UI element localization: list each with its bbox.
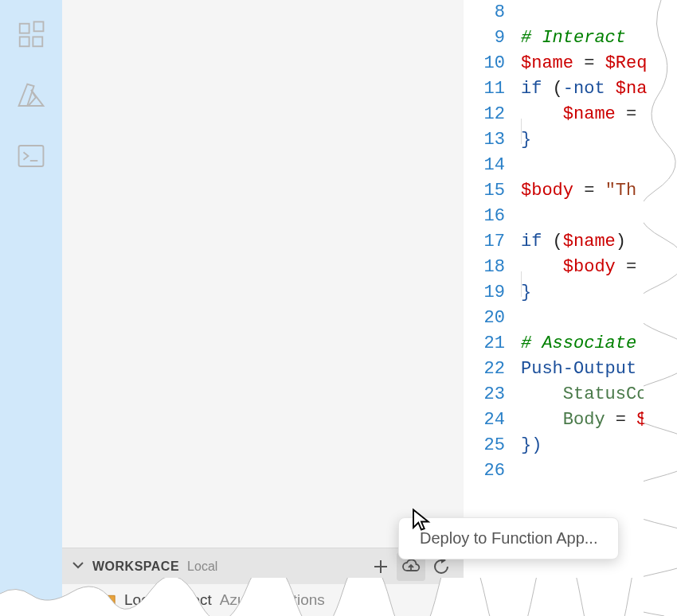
code-line[interactable]: 9# Interact (464, 25, 677, 51)
line-number: 21 (464, 331, 521, 357)
code-line[interactable]: 14 (464, 153, 677, 178)
line-number: 26 (464, 458, 521, 484)
line-content: $name = $Req (521, 51, 647, 76)
code-line[interactable]: 16 (464, 204, 677, 229)
code-line[interactable]: 22Push-Output (464, 357, 677, 382)
activity-bar (0, 0, 62, 616)
code-line[interactable]: 12 $name = (464, 102, 677, 127)
svg-rect-1 (20, 37, 29, 46)
folder-functions-icon (99, 590, 116, 611)
line-content: $body = "Th (521, 178, 636, 204)
line-number: 23 (464, 382, 521, 407)
line-content: } (521, 127, 531, 153)
line-content: $name = (521, 102, 647, 127)
line-content: }) (521, 433, 542, 458)
code-line[interactable]: 15$body = "Th (464, 178, 677, 204)
line-number: 8 (464, 0, 521, 25)
line-content: # Interact (521, 25, 636, 51)
line-content: # Associate (521, 331, 636, 357)
line-number: 20 (464, 306, 521, 331)
line-number: 12 (464, 102, 521, 127)
line-content: Body = $ (521, 407, 647, 433)
svg-rect-4 (19, 146, 44, 166)
tooltip-text: Deploy to Function App... (420, 529, 597, 547)
code-line[interactable]: 17if ($name) (464, 229, 677, 255)
azure-icon[interactable] (12, 76, 50, 115)
chevron-right-icon (78, 591, 89, 609)
line-content: if ($name) (521, 229, 636, 255)
deploy-tooltip[interactable]: Deploy to Function App... (398, 517, 619, 559)
line-number: 13 (464, 127, 521, 153)
code-line[interactable]: 11if (-not $na (464, 76, 677, 102)
line-number: 22 (464, 357, 521, 382)
code-line[interactable]: 20 (464, 306, 677, 331)
line-number: 15 (464, 178, 521, 204)
line-number: 10 (464, 51, 521, 76)
code-line[interactable]: 21# Associate (464, 331, 677, 357)
code-line[interactable]: 8 (464, 0, 677, 25)
line-number: 14 (464, 153, 521, 178)
workspace-title: WORKSPACE (92, 559, 179, 574)
line-content: if (-not $na (521, 76, 647, 102)
project-description: AzureFunctions (220, 591, 325, 609)
line-content: Push-Output (521, 357, 636, 382)
add-button[interactable] (366, 552, 395, 581)
line-number: 9 (464, 25, 521, 51)
line-number: 17 (464, 229, 521, 255)
extensions-icon[interactable] (12, 16, 50, 54)
svg-rect-0 (20, 24, 29, 33)
workspace-subtitle: Local (187, 559, 217, 574)
line-number: 18 (464, 255, 521, 280)
line-number: 16 (464, 204, 521, 229)
side-panel-empty-area (62, 0, 464, 548)
code-line[interactable]: 24 Body = $ (464, 407, 677, 433)
svg-rect-2 (33, 37, 42, 46)
tree-item-local-project[interactable]: Local Project AzureFunctions (62, 584, 464, 616)
line-content: } (521, 280, 531, 306)
chevron-down-icon (72, 559, 84, 575)
line-number: 24 (464, 407, 521, 433)
line-number: 19 (464, 280, 521, 306)
project-name: Local Project (124, 591, 212, 609)
code-line[interactable]: 10$name = $Req (464, 51, 677, 76)
line-content: $body = (521, 255, 636, 280)
terminal-icon[interactable] (12, 137, 50, 175)
code-line[interactable]: 19} (464, 280, 677, 306)
code-line[interactable]: 23 StatusCo (464, 382, 677, 407)
code-line[interactable]: 13} (464, 127, 677, 153)
line-number: 11 (464, 76, 521, 102)
code-line[interactable]: 25}) (464, 433, 677, 458)
code-line[interactable]: 26 (464, 458, 677, 484)
line-content: StatusCo (521, 382, 647, 407)
line-number: 25 (464, 433, 521, 458)
code-line[interactable]: 18 $body = (464, 255, 677, 280)
svg-rect-3 (34, 21, 44, 31)
